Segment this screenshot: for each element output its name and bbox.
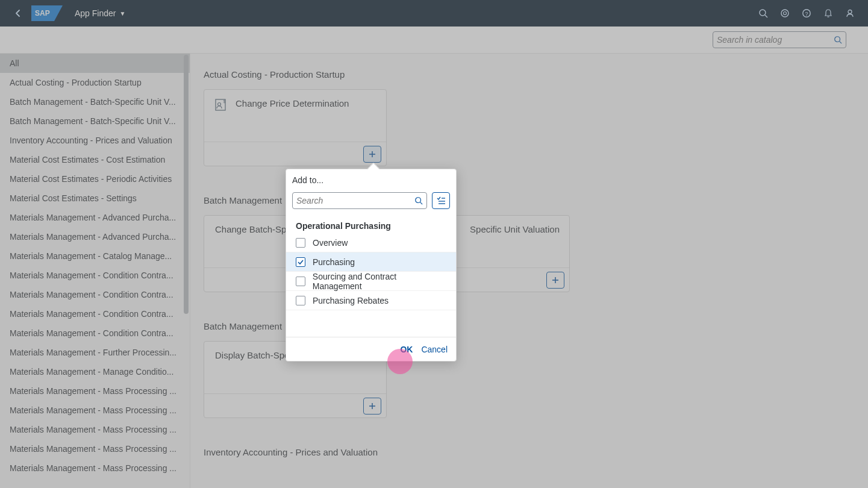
group-checkbox-item[interactable]: Overview	[286, 233, 456, 252]
popover-search[interactable]	[292, 192, 427, 209]
checkbox-label: Purchasing Rebates	[313, 296, 389, 305]
cancel-button[interactable]: Cancel	[421, 345, 448, 354]
checkbox-label: Sourcing and Contract Management	[313, 272, 446, 291]
checkbox-label: Purchasing	[313, 257, 355, 267]
popover-search-input[interactable]	[296, 196, 414, 205]
checkbox[interactable]	[296, 238, 305, 248]
group-checkbox-item[interactable]: Purchasing Rebates	[286, 291, 456, 310]
group-checkbox-item[interactable]: Sourcing and Contract Management	[286, 272, 456, 291]
checkbox[interactable]	[296, 296, 305, 305]
svg-line-22	[420, 202, 423, 205]
group-label: Operational Purchasing	[286, 215, 456, 233]
group-checkbox-item[interactable]: Purchasing	[286, 252, 456, 272]
search-icon	[414, 196, 423, 205]
checkbox[interactable]	[296, 257, 305, 267]
ok-button[interactable]: OK	[400, 345, 413, 354]
checkbox[interactable]	[296, 277, 305, 286]
add-to-popover: Add to... Operational Purchasing Overvie…	[286, 169, 457, 361]
checkbox-label: Overview	[313, 238, 348, 248]
list-toggle-button[interactable]	[432, 192, 450, 209]
svg-point-21	[416, 198, 421, 203]
